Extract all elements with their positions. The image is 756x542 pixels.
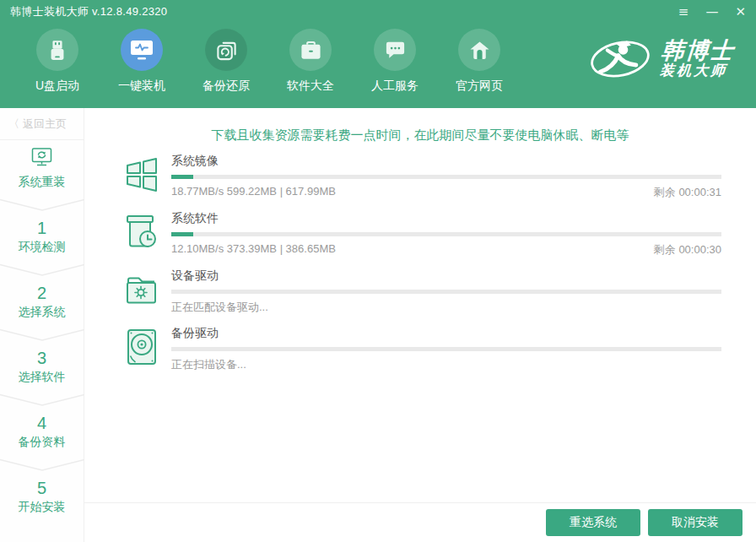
sidebar-item-label: 系统重装 bbox=[0, 175, 84, 190]
task-name: 设备驱动 bbox=[171, 268, 721, 284]
task-system-software: 系统软件 12.10MB/s 373.39MB | 386.65MB 剩余 00… bbox=[125, 211, 721, 257]
footer: 重选系统 取消安装 bbox=[84, 502, 756, 542]
sidebar-step-select-system: 2 选择系统 bbox=[0, 284, 84, 320]
task-name: 备份驱动 bbox=[171, 326, 721, 341]
sidebar-step-start-install: 5 开始安装 bbox=[0, 479, 84, 515]
task-speed-size: 18.77MB/s 599.22MB | 617.99MB bbox=[171, 185, 336, 200]
main-content: 下载且收集资源需要耗费一点时间，在此期间尽量不要使电脑休眠、断电等 bbox=[84, 108, 756, 542]
nav-item-usb-boot[interactable]: U盘启动 bbox=[15, 24, 100, 94]
chevron-down-separator bbox=[0, 263, 84, 277]
main-nav: U盘启动 一键装机 bbox=[0, 24, 756, 108]
nav-item-software-collection[interactable]: 软件大全 bbox=[268, 24, 353, 94]
step-label: 开始安装 bbox=[0, 500, 84, 515]
sidebar-step-backup-data: 4 备份资料 bbox=[0, 414, 84, 450]
download-task-list: 系统镜像 18.77MB/s 599.22MB | 617.99MB 剩余 00… bbox=[84, 144, 756, 502]
briefcase-icon bbox=[289, 29, 332, 71]
driver-folder-icon bbox=[125, 268, 159, 315]
hard-drive-icon bbox=[125, 326, 159, 372]
task-status: 正在扫描设备... bbox=[171, 357, 246, 372]
step-number: 2 bbox=[0, 284, 84, 302]
sidebar-step-env-check: 1 环境检测 bbox=[0, 219, 84, 255]
task-device-driver: 设备驱动 正在匹配设备驱动... bbox=[125, 268, 721, 315]
back-home-label: 返回主页 bbox=[23, 117, 67, 132]
task-time-remaining: 剩余 00:00:31 bbox=[654, 185, 721, 200]
progress-bar bbox=[171, 232, 721, 236]
task-name: 系统镜像 bbox=[171, 154, 721, 169]
task-speed-size: 12.10MB/s 373.39MB | 386.65MB bbox=[171, 242, 336, 257]
nav-label: 软件大全 bbox=[287, 79, 334, 94]
back-home-button[interactable]: 〈 返回主页 bbox=[0, 108, 84, 140]
task-system-image: 系统镜像 18.77MB/s 599.22MB | 617.99MB 剩余 00… bbox=[125, 154, 721, 200]
menu-icon[interactable]: ≡ bbox=[678, 6, 689, 19]
nav-label: 一键装机 bbox=[118, 79, 165, 94]
step-label: 选择系统 bbox=[0, 305, 84, 320]
step-number: 4 bbox=[0, 414, 84, 432]
monitor-refresh-icon bbox=[30, 147, 53, 168]
step-label: 备份资料 bbox=[0, 435, 84, 450]
window-controls: ≡ — ✕ bbox=[678, 6, 746, 19]
minimize-icon[interactable]: — bbox=[705, 6, 718, 19]
task-time-remaining: 剩余 00:00:30 bbox=[654, 242, 721, 257]
titlebar: 韩博士装机大师 v.12.8.49.2320 ≡ — ✕ bbox=[0, 0, 756, 24]
step-number: 3 bbox=[0, 349, 84, 367]
nav-label: 人工服务 bbox=[371, 79, 418, 94]
header: 韩博士装机大师 v.12.8.49.2320 ≡ — ✕ U bbox=[0, 0, 756, 108]
nav-label: U盘启动 bbox=[35, 79, 79, 94]
cancel-install-button[interactable]: 取消安装 bbox=[648, 509, 742, 536]
nav-label: 官方网页 bbox=[456, 79, 503, 94]
brand-logo-text: 韩博士 装机大师 bbox=[659, 39, 735, 80]
task-status: 正在匹配设备驱动... bbox=[171, 300, 268, 315]
app-window: 韩博士装机大师 v.12.8.49.2320 ≡ — ✕ U bbox=[0, 0, 756, 542]
close-icon[interactable]: ✕ bbox=[735, 6, 746, 19]
brand-logo: 韩博士 装机大师 bbox=[586, 35, 734, 83]
nav-item-human-support[interactable]: 人工服务 bbox=[353, 24, 437, 94]
step-label: 环境检测 bbox=[0, 240, 84, 255]
chevron-down-separator bbox=[0, 328, 84, 342]
usb-drive-icon bbox=[36, 29, 78, 71]
sidebar: 〈 返回主页 系统重装 bbox=[0, 108, 84, 542]
nav-item-backup-restore[interactable]: 备份还原 bbox=[184, 24, 268, 94]
nav-item-official-website[interactable]: 官方网页 bbox=[437, 24, 521, 94]
task-backup-driver: 备份驱动 正在扫描设备... bbox=[125, 326, 721, 372]
step-label: 选择软件 bbox=[0, 370, 84, 385]
monitor-pulse-icon bbox=[121, 29, 163, 71]
step-number: 1 bbox=[0, 219, 84, 237]
sidebar-step-select-software: 3 选择软件 bbox=[0, 349, 84, 385]
home-icon bbox=[458, 29, 500, 71]
chevron-down-separator bbox=[0, 198, 84, 212]
progress-fill bbox=[171, 175, 193, 179]
progress-fill bbox=[171, 232, 193, 236]
sidebar-item-system-reinstall: 系统重装 bbox=[0, 140, 84, 190]
brand-name: 韩博士 bbox=[661, 39, 736, 62]
package-clock-icon bbox=[125, 211, 159, 257]
windows-logo-icon bbox=[125, 154, 159, 200]
chat-bubble-icon bbox=[374, 29, 416, 71]
step-number: 5 bbox=[0, 479, 84, 497]
reselect-system-button[interactable]: 重选系统 bbox=[546, 509, 640, 536]
backup-restore-icon bbox=[205, 29, 247, 71]
download-notice: 下载且收集资源需要耗费一点时间，在此期间尽量不要使电脑休眠、断电等 bbox=[84, 127, 756, 144]
brand-logo-icon bbox=[586, 35, 654, 83]
nav-item-one-key-install[interactable]: 一键装机 bbox=[100, 24, 184, 94]
progress-bar bbox=[171, 290, 721, 294]
window-title: 韩博士装机大师 v.12.8.49.2320 bbox=[10, 4, 167, 19]
progress-bar bbox=[171, 347, 721, 351]
nav-label: 备份还原 bbox=[202, 79, 250, 94]
progress-bar bbox=[171, 175, 721, 179]
chevron-down-separator bbox=[0, 393, 84, 407]
chevron-left-icon: 〈 bbox=[8, 117, 19, 132]
task-name: 系统软件 bbox=[171, 211, 721, 226]
brand-subtitle: 装机大师 bbox=[659, 62, 733, 79]
chevron-down-separator bbox=[0, 458, 84, 472]
